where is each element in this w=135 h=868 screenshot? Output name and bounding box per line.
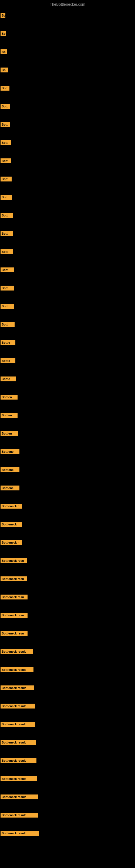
bottleneck-label: Bo (1, 13, 5, 18)
list-item: Bo (1, 31, 6, 37)
site-title: TheBottlenecker.com (0, 0, 135, 8)
list-item: Bottleneck result (1, 758, 37, 764)
list-item: Bottl (1, 286, 14, 291)
bottleneck-label: Bo (1, 50, 7, 54)
bottleneck-label: Bottl (1, 268, 14, 272)
list-item: Bottleneck r (1, 522, 22, 528)
bottleneck-label: Bottle (1, 358, 15, 363)
list-item: Bo (1, 67, 8, 73)
list-item: Bottleneck result (1, 813, 38, 818)
bottleneck-label: Bottl (1, 249, 13, 254)
list-item: Bottleneck r (1, 540, 22, 546)
bottleneck-label: Bott (1, 195, 12, 199)
list-item: Bottleneck result (1, 831, 39, 837)
bottleneck-label: Bottleneck r (1, 504, 22, 508)
bottleneck-label: Bott (1, 177, 12, 182)
list-item: Bottlene (1, 449, 19, 455)
list-item: Bottlen (1, 431, 18, 437)
bottleneck-label: Bottl (1, 304, 14, 309)
bottleneck-label: Bottleneck result (1, 813, 38, 817)
list-item: Bottle (1, 376, 16, 382)
list-item: Bottleneck resu (1, 595, 28, 600)
list-item: Bottlen (1, 395, 17, 401)
bottleneck-label: Bott (1, 158, 11, 163)
bottleneck-label: Bo (1, 31, 6, 36)
bottleneck-label: Bottlene (1, 449, 19, 454)
bottleneck-label: Bottleneck resu (1, 577, 27, 581)
list-item: Bottl (1, 213, 13, 219)
list-item: Bottle (1, 340, 15, 346)
bottleneck-label: Bottl (1, 286, 14, 290)
bottleneck-label: Bottleneck resu (1, 595, 28, 599)
bottleneck-label: Bottle (1, 340, 15, 345)
list-item: Bottl (1, 249, 13, 255)
bottleneck-label: Bottleneck result (1, 795, 38, 799)
bottleneck-label: Bottleneck resu (1, 631, 28, 636)
list-item: Bottleneck result (1, 649, 33, 655)
bottleneck-label: Bottleneck result (1, 722, 35, 727)
list-item: Bott (1, 122, 10, 128)
bottleneck-label: Bottleneck result (1, 685, 34, 690)
list-item: Bottleneck result (1, 776, 37, 782)
list-item: Bottleneck r (1, 504, 22, 510)
list-item: Bottleneck result (1, 667, 34, 673)
bottleneck-label: Bottleneck result (1, 649, 33, 654)
bottleneck-label: Bottl (1, 231, 13, 236)
bottleneck-label: Bottleneck result (1, 740, 36, 745)
bottleneck-label: Bottlene (1, 467, 19, 472)
list-item: Bottleneck resu (1, 613, 28, 619)
list-item: Bott (1, 86, 9, 92)
bottleneck-label: Bottleneck r (1, 522, 22, 527)
bottleneck-label: Bottlene (1, 486, 19, 490)
bottleneck-label: Bo (1, 67, 8, 72)
bottleneck-label: Bott (1, 140, 11, 145)
list-item: Bottlene (1, 486, 19, 492)
list-item: Bottlen (1, 413, 17, 419)
list-item: Bottleneck result (1, 795, 38, 801)
list-item: Bottleneck resu (1, 631, 28, 637)
bottleneck-label: Bottle (1, 376, 16, 381)
bottleneck-label: Bott (1, 86, 9, 91)
list-item: Bottl (1, 268, 14, 273)
list-item: Bottl (1, 322, 14, 328)
list-item: Bott (1, 104, 10, 110)
bottleneck-label: Bottlen (1, 431, 18, 436)
bottleneck-label: Bottl (1, 213, 13, 218)
list-item: Bott (1, 158, 11, 164)
bottleneck-label: Bott (1, 122, 10, 127)
bottleneck-label: Bottleneck result (1, 831, 39, 836)
list-item: Bottl (1, 231, 13, 237)
list-item: Bottleneck result (1, 722, 35, 728)
list-item: Bottl (1, 304, 14, 310)
bottleneck-label: Bott (1, 104, 10, 109)
list-item: Bottleneck result (1, 685, 34, 691)
list-item: Bott (1, 195, 12, 201)
bottleneck-label: Bottleneck result (1, 758, 37, 763)
bottleneck-label: Bottleneck result (1, 776, 37, 781)
list-item: Bo (1, 13, 5, 19)
bottleneck-label: Bottleneck resu (1, 613, 28, 618)
bottleneck-label: Bottleneck result (1, 667, 34, 672)
bottleneck-label: Bottl (1, 322, 14, 327)
bottleneck-label: Bottlen (1, 413, 17, 418)
list-item: Bottleneck resu (1, 577, 27, 582)
bottleneck-label: Bottlen (1, 395, 17, 400)
list-item: Bottleneck result (1, 740, 36, 746)
bottleneck-label: Bottleneck r (1, 540, 22, 545)
list-item: Bott (1, 177, 12, 183)
bottleneck-label: Bottleneck result (1, 704, 35, 709)
list-item: Bottle (1, 358, 15, 364)
list-item: Bottleneck result (1, 704, 35, 710)
list-item: Bottlene (1, 467, 19, 473)
list-item: Bo (1, 50, 7, 55)
bottleneck-label: Bottleneck resu (1, 558, 27, 563)
list-item: Bottleneck resu (1, 558, 27, 564)
list-item: Bott (1, 140, 11, 146)
